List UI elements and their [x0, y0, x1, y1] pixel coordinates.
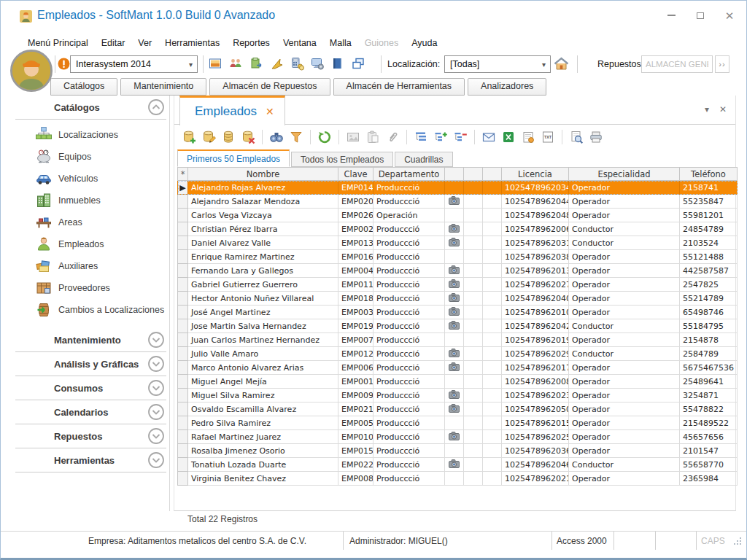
table-row[interactable]: Juan Carlos Martinez HernandezEMP007Prod… [178, 333, 738, 347]
sidebar-item-equipos[interactable]: Equipos [15, 146, 169, 168]
filter-icon[interactable] [289, 130, 303, 144]
note-icon[interactable] [521, 130, 535, 144]
repuestos-browse-button[interactable]: ›› [715, 55, 729, 73]
expand-section-icon[interactable] [147, 427, 165, 448]
sidebar-item-cambios-a-localizaciones[interactable]: Cambios a Localizaciones [15, 299, 169, 321]
sidebar-item-inmuebles[interactable]: Inmuebles [15, 190, 169, 211]
table-row[interactable]: José Angel MartinezEMP003Produccció10254… [178, 306, 738, 319]
home-icon[interactable] [554, 57, 569, 71]
column-header-icon[interactable] [445, 168, 464, 181]
table-row[interactable]: Fernando Lara y GallegosEMP004Produccció… [178, 264, 738, 278]
table-row[interactable]: Miguel Angel MejíaEMP001Produccció102547… [178, 375, 738, 389]
add-record-icon[interactable] [182, 130, 196, 144]
company-selector[interactable]: Interasystem 2014 ▾ [70, 55, 198, 73]
windows-icon[interactable] [351, 56, 365, 71]
table-row[interactable]: Christian Pérez IbarraEMP002Produccció10… [178, 222, 738, 236]
sidebar-section-analisis-y-graficas[interactable]: Análisis y Gráficas [15, 352, 169, 376]
column-header-nombre[interactable]: Nombre [188, 168, 338, 181]
refresh-icon[interactable] [317, 130, 332, 144]
expand-tree-icon[interactable] [433, 130, 448, 144]
menu-malla[interactable]: Malla [323, 36, 358, 50]
column-header-licencia[interactable]: Licencia [502, 168, 569, 181]
expand-section-icon[interactable] [147, 379, 165, 400]
subtab-primeros-50-empleados[interactable]: Primeros 50 Empleados [177, 149, 290, 167]
table-row[interactable]: Jose Martin Salva HernandezEMP019Producc… [178, 319, 738, 333]
column-header-icon[interactable] [483, 168, 502, 181]
menu-editar[interactable]: Editar [95, 36, 132, 50]
module-tab-catalogos[interactable]: Catálogos [50, 78, 117, 96]
sidebar-section-mantenimiento[interactable]: Mantenimiento [15, 328, 169, 351]
users-icon[interactable] [228, 56, 243, 71]
collapse-tree-icon[interactable] [453, 130, 468, 144]
menu-herramientas[interactable]: Herramientas [158, 36, 226, 50]
module-tab-almacen-de-herramientas[interactable]: Almacén de Herramientas [333, 78, 465, 96]
sidebar-item-empleados[interactable]: Empleados [15, 233, 169, 255]
monitor-settings-icon[interactable] [310, 56, 325, 71]
table-row[interactable]: Osvaldo Escamilla AlvarezEMP021Produccci… [178, 402, 738, 416]
table-row[interactable]: Daniel Alvarez ValleEMP013Produccció1025… [178, 236, 738, 250]
txt-export-icon[interactable]: TXT [541, 130, 555, 144]
delete-record-icon[interactable] [241, 130, 255, 144]
table-row[interactable]: Rafael Martinez JuarezEMP010Produccció10… [178, 430, 738, 444]
table-row[interactable]: Carlos Vega VizcayaEMP026Operación102547… [178, 209, 738, 222]
column-header-departamento[interactable]: Departamento [374, 168, 445, 181]
group-list-icon[interactable] [414, 130, 428, 144]
sidebar-item-proveedores[interactable]: Proveedores [15, 277, 169, 299]
calculator-icon[interactable] [290, 56, 304, 71]
tab-list-chevron-icon[interactable]: ▾ [705, 104, 709, 114]
table-row[interactable]: Rosalba Jimenez OsorioEMP015Produccció10… [178, 444, 738, 458]
repuestos-field[interactable] [641, 55, 713, 73]
column-header-icon[interactable] [464, 168, 483, 181]
column-header-clave[interactable]: Clave [338, 168, 374, 181]
tab-close-icon[interactable]: ✕ [266, 106, 274, 117]
sidebar-item-vehiculos[interactable]: Vehículos [15, 168, 169, 190]
table-row[interactable]: Marco Antonio Alvarez AriasEMP006Producc… [178, 361, 738, 375]
close-button[interactable]: ✕ [720, 8, 739, 23]
edit-record-icon[interactable] [201, 130, 216, 144]
print-icon[interactable] [589, 130, 603, 144]
table-row[interactable]: Enrique Ramirez MartinezEMP016Produccció… [178, 250, 738, 264]
subtab-cuadrillas[interactable]: Cuadrillas [395, 152, 452, 167]
minimize-button[interactable] [662, 8, 681, 23]
menu-ver[interactable]: Ver [131, 36, 158, 50]
find-icon[interactable] [269, 130, 284, 144]
module-tab-almacen-de-repuestos[interactable]: Almacén de Repuestos [209, 78, 330, 96]
subtab-todos-los-empleados[interactable]: Todos los Empleados [291, 152, 393, 167]
localizacion-selector[interactable]: [Todas] ▾ [444, 55, 551, 73]
expand-section-icon[interactable] [147, 355, 165, 376]
menu-reportes[interactable]: Reportes [226, 36, 276, 50]
tabstrip-close-icon[interactable]: ✕ [719, 104, 727, 114]
sidebar-section-consumos[interactable]: Consumos [15, 376, 169, 400]
module-tab-mantenimiento[interactable]: Mantenimiento [120, 78, 206, 96]
sidebar-section-herramientas[interactable]: Herramientas [15, 448, 169, 472]
menu-menu-principal[interactable]: Menú Principal [21, 36, 95, 50]
expand-section-icon[interactable] [147, 403, 165, 424]
data-record-icon[interactable] [221, 130, 236, 144]
sidebar-section-catalogos[interactable]: Catálogos [15, 96, 169, 119]
table-row[interactable]: Virginia Benitez ChavezEMP008Produccció1… [178, 472, 738, 486]
tab-empleados[interactable]: Empleados ✕ [179, 96, 285, 125]
print-preview-icon[interactable] [569, 130, 584, 144]
expand-section-icon[interactable] [147, 451, 165, 472]
archive-out-icon[interactable] [249, 56, 263, 71]
menu-ventana[interactable]: Ventana [276, 36, 323, 50]
collapse-section-icon[interactable] [147, 98, 165, 119]
sidebar-item-areas[interactable]: Areas [15, 211, 169, 233]
table-row[interactable]: Tonatiuh Lozada DuarteEMP022Produccció10… [178, 458, 738, 472]
email-icon[interactable] [481, 130, 496, 144]
module-tab-analizadores[interactable]: Analizadores [468, 78, 546, 96]
excel-export-icon[interactable] [501, 130, 516, 144]
resize-grip[interactable] [733, 537, 742, 545]
quill-icon[interactable] [269, 56, 284, 71]
sidebar-item-auxiliares[interactable]: Auxiliares [15, 255, 169, 277]
table-row[interactable]: Miguel Silva RamirezEMP009Produccció1025… [178, 389, 738, 402]
image-icon[interactable] [208, 56, 222, 71]
table-row[interactable]: ▶Alejandro Rojas AlvarezEMP014Produccció… [178, 181, 738, 195]
sidebar-section-repuestos[interactable]: Repuestos [15, 424, 169, 448]
menu-ayuda[interactable]: Ayuda [405, 36, 444, 50]
maximize-button[interactable] [691, 8, 710, 23]
table-row[interactable]: Gabriel Gutierrez GuerreroEMP011Produccc… [178, 278, 738, 292]
column-header-telefono[interactable]: Teléfono [680, 168, 738, 181]
table-row[interactable]: Julio Valle AmaroEMP012Produccció1025478… [178, 347, 738, 361]
sidebar-item-localizaciones[interactable]: Localizaciones [15, 124, 169, 146]
